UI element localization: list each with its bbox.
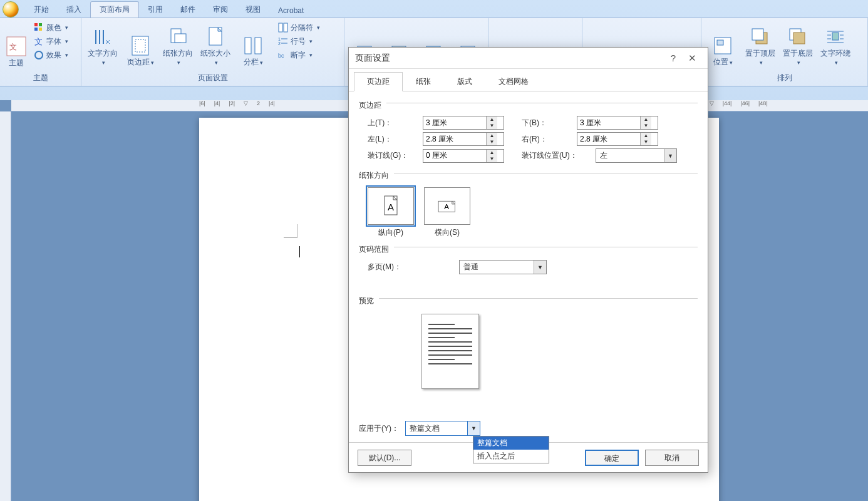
tab-references[interactable]: 引用 bbox=[139, 2, 172, 18]
svg-rect-14 bbox=[255, 38, 261, 54]
gutter-pos-value: 左 bbox=[596, 150, 664, 161]
section-orientation-label: 纸张方向 bbox=[359, 170, 389, 181]
group-theme-title: 主题 bbox=[4, 71, 77, 85]
section-margins-label: 页边距 bbox=[359, 100, 381, 111]
section-pages-label: 页码范围 bbox=[359, 244, 389, 255]
line-numbers-icon: 12 bbox=[278, 36, 288, 46]
dialog-tab-layout[interactable]: 版式 bbox=[444, 72, 485, 91]
spinner-down-icon[interactable]: ▼ bbox=[487, 123, 497, 129]
text-wrap-button[interactable]: 文字环绕 bbox=[818, 21, 853, 68]
columns-button[interactable]: 分栏 bbox=[235, 21, 271, 68]
default-button[interactable]: 默认(D)... bbox=[358, 450, 411, 466]
gutter-input[interactable] bbox=[423, 150, 486, 162]
svg-text:A: A bbox=[388, 202, 394, 212]
chevron-down-icon[interactable]: ▼ bbox=[467, 421, 480, 435]
left-margin-spinner[interactable]: ▲▼ bbox=[423, 132, 504, 146]
themes-label: 主题 bbox=[9, 58, 24, 67]
svg-text:文: 文 bbox=[34, 37, 43, 46]
svg-rect-13 bbox=[245, 38, 251, 54]
svg-rect-11 bbox=[175, 34, 186, 43]
dialog-help-button[interactable]: ? bbox=[664, 53, 683, 63]
multi-pages-combo[interactable]: 普通 ▼ bbox=[459, 260, 547, 274]
apply-option-after-insertion[interactable]: 插入点之后 bbox=[473, 450, 549, 463]
tab-insert[interactable]: 插入 bbox=[58, 2, 90, 18]
columns-label: 分栏 bbox=[244, 58, 263, 67]
vertical-ruler[interactable] bbox=[0, 111, 11, 501]
breaks-button[interactable]: 分隔符 bbox=[276, 21, 323, 34]
multi-pages-label: 多页(M)： bbox=[368, 262, 418, 272]
orientation-portrait[interactable]: A 纵向(P) bbox=[368, 187, 414, 238]
tab-acrobat[interactable]: Acrobat bbox=[269, 4, 313, 18]
svg-text:文: 文 bbox=[9, 43, 17, 51]
effects-label: 效果 bbox=[46, 50, 61, 61]
group-arrange-title: 排列 bbox=[705, 71, 864, 85]
office-button[interactable] bbox=[3, 1, 19, 18]
hyphenation-label: 断字 bbox=[291, 50, 306, 61]
top-margin-spinner[interactable]: ▲▼ bbox=[423, 116, 504, 130]
dialog-titlebar[interactable]: 页面设置 ? ✕ bbox=[349, 48, 708, 69]
top-margin-input[interactable] bbox=[423, 116, 486, 129]
svg-point-7 bbox=[35, 51, 43, 59]
orientation-landscape[interactable]: A 横向(S) bbox=[424, 187, 470, 238]
line-numbers-button[interactable]: 12 行号 bbox=[276, 34, 323, 48]
tab-home[interactable]: 开始 bbox=[25, 2, 58, 18]
bring-front-button[interactable]: 置于顶层 bbox=[743, 21, 778, 68]
svg-text:bc: bc bbox=[278, 53, 284, 59]
page-setup-dialog: 页面设置 ? ✕ 页边距 纸张 版式 文档网格 页边距 上(T)： ▲▼ 下(B… bbox=[348, 47, 708, 473]
svg-rect-31 bbox=[832, 33, 839, 40]
theme-effects-button[interactable]: 效果 bbox=[31, 48, 71, 62]
chevron-down-icon[interactable]: ▼ bbox=[534, 261, 546, 274]
tab-mail[interactable]: 邮件 bbox=[172, 2, 204, 18]
section-preview-label: 预览 bbox=[359, 296, 374, 306]
send-back-label: 置于底层 bbox=[782, 49, 814, 67]
effects-icon bbox=[34, 50, 44, 60]
orientation-icon bbox=[167, 26, 189, 48]
send-back-icon bbox=[787, 26, 809, 48]
text-caret bbox=[299, 246, 300, 257]
themes-button[interactable]: 文 主题 bbox=[4, 21, 29, 68]
gutter-pos-label: 装订线位置(U)： bbox=[522, 150, 591, 161]
dialog-tab-margins[interactable]: 页边距 bbox=[354, 72, 403, 91]
bottom-margin-input[interactable] bbox=[577, 116, 640, 129]
svg-rect-26 bbox=[717, 40, 723, 45]
group-theme: 文 主题 颜色 文 字体 效果 主题 bbox=[0, 18, 81, 86]
right-margin-input[interactable] bbox=[577, 133, 640, 145]
dialog-tab-grid[interactable]: 文档网格 bbox=[485, 72, 542, 91]
orientation-button[interactable]: 纸张方向 bbox=[160, 21, 195, 68]
gutter-pos-combo[interactable]: 左 ▼ bbox=[596, 148, 677, 163]
spinner-up-icon[interactable]: ▲ bbox=[487, 116, 497, 123]
top-margin-label: 上(T)： bbox=[368, 118, 418, 128]
size-button[interactable]: 纸张大小 bbox=[198, 21, 233, 68]
tab-review[interactable]: 审阅 bbox=[204, 2, 237, 18]
orientation-label: 纸张方向 bbox=[162, 49, 194, 67]
text-wrap-label: 文字环绕 bbox=[819, 49, 852, 67]
theme-fonts-button[interactable]: 文 字体 bbox=[31, 34, 71, 48]
hyphenation-button[interactable]: bc 断字 bbox=[276, 48, 323, 62]
themes-icon: 文 bbox=[6, 36, 27, 57]
svg-rect-16 bbox=[284, 23, 287, 32]
left-margin-input[interactable] bbox=[423, 133, 486, 145]
dialog-tab-paper[interactable]: 纸张 bbox=[403, 72, 444, 91]
cancel-button[interactable]: 取消 bbox=[645, 450, 699, 466]
bottom-margin-spinner[interactable]: ▲▼ bbox=[577, 116, 658, 130]
svg-rect-4 bbox=[34, 28, 38, 31]
position-button[interactable]: 位置 bbox=[705, 21, 740, 68]
group-page-setup-title: 页面设置 bbox=[85, 71, 340, 85]
ok-button[interactable]: 确定 bbox=[585, 450, 639, 466]
svg-text:2: 2 bbox=[278, 41, 281, 46]
theme-colors-button[interactable]: 颜色 bbox=[31, 21, 71, 34]
text-direction-button[interactable]: 文字方向 bbox=[85, 21, 120, 68]
apply-to-combo[interactable]: 整篇文档 ▼ bbox=[405, 421, 480, 436]
apply-option-whole-doc[interactable]: 整篇文档 bbox=[473, 436, 549, 450]
breaks-label: 分隔符 bbox=[291, 23, 313, 33]
send-back-button[interactable]: 置于底层 bbox=[780, 21, 815, 68]
tab-page-layout[interactable]: 页面布局 bbox=[90, 1, 139, 18]
right-margin-spinner[interactable]: ▲▼ bbox=[577, 132, 658, 146]
breaks-icon bbox=[278, 23, 288, 33]
margins-button[interactable]: 页边距 bbox=[123, 21, 158, 68]
gutter-spinner[interactable]: ▲▼ bbox=[423, 149, 504, 163]
chevron-down-icon[interactable]: ▼ bbox=[664, 149, 676, 162]
multi-pages-value: 普通 bbox=[460, 262, 534, 272]
tab-view[interactable]: 视图 bbox=[237, 2, 269, 18]
dialog-close-button[interactable]: ✕ bbox=[683, 53, 701, 64]
